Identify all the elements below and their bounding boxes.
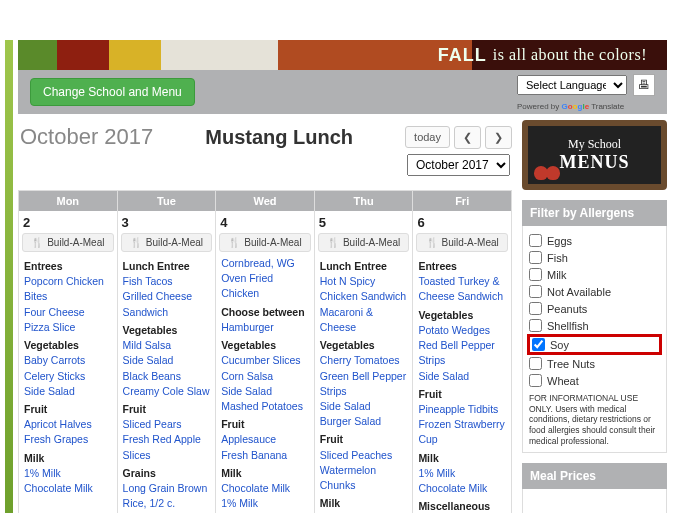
menu-item-link[interactable]: Pineapple Tidbits bbox=[418, 402, 506, 417]
next-button[interactable]: ❯ bbox=[485, 126, 512, 149]
menu-item-link[interactable]: Baby Carrots bbox=[24, 353, 112, 368]
prev-button[interactable]: ❮ bbox=[454, 126, 481, 149]
build-a-meal-label: Build-A-Meal bbox=[244, 237, 301, 248]
menu-item-link[interactable]: Mild Salsa bbox=[123, 338, 211, 353]
menu-item-link[interactable]: Chocolate Milk bbox=[221, 481, 309, 496]
day-column: Fri6🍴Build-A-MealEntreesToasted Turkey &… bbox=[413, 191, 512, 513]
category-label: Entrees bbox=[418, 259, 506, 274]
allergen-checkbox[interactable] bbox=[529, 251, 542, 264]
allergen-checkbox-row[interactable]: Peanuts bbox=[529, 300, 660, 317]
build-a-meal-button[interactable]: 🍴Build-A-Meal bbox=[416, 233, 508, 252]
allergen-checkbox[interactable] bbox=[529, 319, 542, 332]
menu-item-link[interactable]: Hot N Spicy Chicken Sandwich bbox=[320, 274, 408, 304]
menu-item-link[interactable]: Potato Wedges bbox=[418, 323, 506, 338]
allergen-label: Soy bbox=[550, 339, 569, 351]
category-label: Vegetables bbox=[123, 323, 211, 338]
build-a-meal-label: Build-A-Meal bbox=[442, 237, 499, 248]
build-a-meal-button[interactable]: 🍴Build-A-Meal bbox=[219, 233, 311, 252]
menu-item-link[interactable]: 1% Milk bbox=[221, 496, 309, 511]
menu-item-link[interactable]: Fresh Grapes bbox=[24, 432, 112, 447]
today-button[interactable]: today bbox=[405, 126, 450, 148]
menu-item-link[interactable]: Fresh Red Apple Slices bbox=[123, 432, 211, 462]
menu-item-link[interactable]: Black Beans bbox=[123, 369, 211, 384]
allergen-checkbox-row[interactable]: Milk bbox=[529, 266, 660, 283]
menu-item-link[interactable]: Mashed Potatoes bbox=[221, 399, 309, 414]
menu-item-link[interactable]: 1% Milk bbox=[418, 466, 506, 481]
category-label: Fruit bbox=[320, 432, 408, 447]
filter-allergens-header: Filter by Allergens bbox=[522, 200, 667, 226]
menu-item-link[interactable]: Green Bell Pepper Strips bbox=[320, 369, 408, 399]
menu-item-link[interactable]: Hamburger bbox=[221, 320, 309, 335]
menu-item-link[interactable]: Side Salad bbox=[221, 384, 309, 399]
menu-item-link[interactable]: Fish Tacos bbox=[123, 274, 211, 289]
menu-item-link[interactable]: Red Bell Pepper Strips bbox=[418, 338, 506, 368]
allergen-label: Not Available bbox=[547, 286, 611, 298]
allergen-checkbox[interactable] bbox=[529, 268, 542, 281]
allergen-checkbox-row[interactable]: Not Available bbox=[529, 283, 660, 300]
menu-item-link[interactable]: 1% Milk bbox=[24, 466, 112, 481]
menu-item-link[interactable]: Burger Salad bbox=[320, 414, 408, 429]
category-label: Fruit bbox=[221, 417, 309, 432]
utensils-icon: 🍴 bbox=[130, 237, 142, 248]
change-school-menu-button[interactable]: Change School and Menu bbox=[30, 78, 195, 106]
day-number: 5 bbox=[315, 211, 413, 233]
allergen-checkbox-row[interactable]: Eggs bbox=[529, 232, 660, 249]
day-number: 4 bbox=[216, 211, 314, 233]
menu-item-link[interactable]: Popcorn Chicken Bites bbox=[24, 274, 112, 304]
menu-item-link[interactable]: Toasted Turkey & Cheese Sandwich bbox=[418, 274, 506, 304]
language-select[interactable]: Select Language bbox=[517, 75, 627, 95]
menu-item-link[interactable]: Corn Salsa bbox=[221, 369, 309, 384]
day-column: Tue3🍴Build-A-MealLunch EntreeFish TacosG… bbox=[118, 191, 217, 513]
allergen-checkbox-row[interactable]: Tree Nuts bbox=[529, 355, 660, 372]
menu-item-link[interactable]: Grilled Cheese Sandwich bbox=[123, 289, 211, 319]
category-label: Vegetables bbox=[221, 338, 309, 353]
build-a-meal-label: Build-A-Meal bbox=[343, 237, 400, 248]
build-a-meal-button[interactable]: 🍴Build-A-Meal bbox=[121, 233, 213, 252]
allergen-checkbox-row[interactable]: Fish bbox=[529, 249, 660, 266]
build-a-meal-label: Build-A-Meal bbox=[146, 237, 203, 248]
menu-item-link[interactable]: Creamy Cole Slaw bbox=[123, 384, 211, 399]
menu-item-link[interactable]: Side Salad bbox=[24, 384, 112, 399]
allergen-checkbox[interactable] bbox=[532, 338, 545, 351]
allergen-checkbox[interactable] bbox=[529, 234, 542, 247]
day-column: Mon2🍴Build-A-MealEntreesPopcorn Chicken … bbox=[19, 191, 118, 513]
category-label: Entrees bbox=[24, 259, 112, 274]
apple-icon bbox=[534, 166, 548, 180]
menu-item-link[interactable]: Side Salad bbox=[320, 399, 408, 414]
menu-item-link[interactable]: Side Salad bbox=[418, 369, 506, 384]
menu-item-link[interactable]: Four Cheese Pizza Slice bbox=[24, 305, 112, 335]
menu-item-link[interactable]: Cornbread, WG bbox=[221, 256, 309, 271]
menu-item-link[interactable]: Chocolate Milk bbox=[24, 481, 112, 496]
day-header: Mon bbox=[19, 191, 117, 211]
allergen-checkbox[interactable] bbox=[529, 357, 542, 370]
menu-item-link[interactable]: Fresh Banana bbox=[221, 448, 309, 463]
menu-item-link[interactable]: Long Grain Brown Rice, 1/2 c. bbox=[123, 481, 211, 511]
menu-item-link[interactable]: Cucumber Slices bbox=[221, 353, 309, 368]
menu-item-link[interactable]: Sliced Pears bbox=[123, 417, 211, 432]
menu-item-link[interactable]: Cherry Tomatoes bbox=[320, 353, 408, 368]
allergen-checkbox-row[interactable]: Soy bbox=[527, 334, 662, 355]
menu-item-link[interactable]: Side Salad bbox=[123, 353, 211, 368]
allergen-checkbox-row[interactable]: Shellfish bbox=[529, 317, 660, 334]
allergen-checkbox[interactable] bbox=[529, 302, 542, 315]
menu-item-link[interactable]: Watermelon Chunks bbox=[320, 463, 408, 493]
menu-item-link[interactable]: Frozen Strawberry Cup bbox=[418, 417, 506, 447]
disclaimer-text: FOR INFORMATIONAL USE ONLY. Users with m… bbox=[529, 393, 660, 446]
menu-item-link[interactable]: Oven Fried Chicken bbox=[221, 271, 309, 301]
allergen-checkbox-row[interactable]: Wheat bbox=[529, 372, 660, 389]
my-school-menus-logo: My School MENUS bbox=[522, 120, 667, 190]
menu-item-link[interactable]: Celery Sticks bbox=[24, 369, 112, 384]
menu-item-link[interactable]: Applesauce bbox=[221, 432, 309, 447]
powered-by-label: Powered by Google Translate bbox=[517, 102, 624, 111]
month-select[interactable]: October 2017 bbox=[407, 154, 510, 176]
menu-item-link[interactable]: Macaroni & Cheese bbox=[320, 305, 408, 335]
allergen-checkbox[interactable] bbox=[529, 285, 542, 298]
build-a-meal-button[interactable]: 🍴Build-A-Meal bbox=[318, 233, 410, 252]
print-button[interactable]: 🖶 bbox=[633, 74, 655, 96]
menu-item-link[interactable]: Apricot Halves bbox=[24, 417, 112, 432]
build-a-meal-button[interactable]: 🍴Build-A-Meal bbox=[22, 233, 114, 252]
allergen-label: Fish bbox=[547, 252, 568, 264]
menu-item-link[interactable]: Sliced Peaches bbox=[320, 448, 408, 463]
allergen-checkbox[interactable] bbox=[529, 374, 542, 387]
menu-item-link[interactable]: Chocolate Milk bbox=[418, 481, 506, 496]
